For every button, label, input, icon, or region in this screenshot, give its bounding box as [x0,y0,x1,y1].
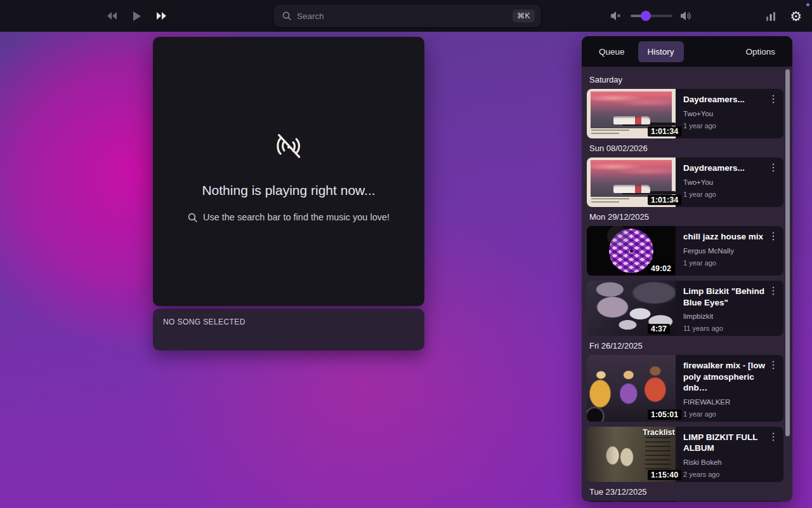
tab-queue[interactable]: Queue [589,41,634,62]
history-section-items: chill jazz house mix Fergus McNally ⋮ [587,501,783,502]
song-artist: Fergus McNally [683,247,777,255]
history-section: Tue 23/12/2025 chill jazz house mix Ferg… [587,487,783,502]
item-menu-button[interactable]: ⋮ [768,360,778,370]
history-item[interactable]: 1:05:01 firewalker mix - [low poly atmos… [587,355,783,422]
history-list[interactable]: Saturday 1:01:34 Daydreamers... Two+You … [582,67,792,502]
volume-high-icon [680,11,693,21]
no-song-selected-label: NO SONG SELECTED [163,318,246,326]
volume-controls [610,0,693,32]
history-section-items: 1:01:34 Daydreamers... Two+You 1 year ag… [587,89,783,138]
history-item-meta: LIMP BIZKIT FULL ALBUM Riski Bokeh 2 yea… [676,427,783,482]
next-track-button[interactable] [156,11,167,20]
song-artist: limpbizkit [683,312,777,320]
volume-mute-icon [610,11,623,21]
song-artist: Two+You [683,178,777,186]
bar-chart-icon [766,11,776,21]
video-thumbnail[interactable]: Tracklist 1:15:40 [587,427,676,482]
search-shortcut-badge: ⌘K [513,10,535,22]
song-age: 1 year ago [683,259,777,267]
video-thumbnail[interactable]: 1:01:34 [587,89,676,138]
duration-badge: 1:05:01 [648,410,681,420]
song-artist: FIREWALKER [683,398,777,406]
history-section-items: 1:01:34 Daydreamers... Two+You 1 year ag… [587,157,783,207]
item-menu-button[interactable]: ⋮ [768,286,778,296]
tab-history[interactable]: History [638,41,684,62]
history-item-meta: Daydreamers... Two+You 1 year ago [676,89,783,138]
history-item[interactable]: Tracklist 1:15:40 LIMP BIZKIT FULL ALBUM… [587,427,783,482]
audio-off-icon [268,124,310,165]
fast-forward-icon [156,11,167,20]
song-title: Daydreamers... [683,163,777,174]
video-thumbnail[interactable] [587,501,676,502]
song-age: 1 year ago [683,122,777,130]
empty-state-subtitle-text: Use the search bar to find the music you… [203,212,390,222]
search-bar[interactable]: ⌘K [274,5,540,27]
history-section-items: 49:02 chill jazz house mix Fergus McNall… [587,226,783,336]
search-input[interactable] [297,11,513,21]
duration-badge: 4:37 [648,324,670,334]
song-age: 1 year ago [683,410,777,418]
history-section: Saturday 1:01:34 Daydreamers... Two+You … [587,75,783,138]
song-title: chill jazz house mix [683,231,777,243]
history-section-items: 1:05:01 firewalker mix - [low poly atmos… [587,355,783,482]
video-thumbnail[interactable]: 1:05:01 [587,355,676,422]
no-song-selected-bar: NO SONG SELECTED [153,309,424,351]
topbar-right-icons: ⚙ [766,0,802,32]
item-menu-button[interactable]: ⋮ [768,432,778,442]
history-item-meta: chill jazz house mix Fergus McNally [676,501,783,502]
history-item[interactable]: 49:02 chill jazz house mix Fergus McNall… [587,226,783,276]
item-menu-button[interactable]: ⋮ [768,94,778,104]
song-artist: Two+You [683,110,777,117]
item-menu-button[interactable]: ⋮ [768,231,778,241]
history-item-meta: chill jazz house mix Fergus McNally 1 ye… [676,226,783,276]
history-date-header: Fri 26/12/2025 [589,341,782,351]
item-menu-button[interactable]: ⋮ [768,163,778,173]
volume-max-button[interactable] [680,11,693,21]
mute-button[interactable] [610,11,623,21]
song-age: 1 year ago [683,190,777,198]
history-item[interactable]: chill jazz house mix Fergus McNally ⋮ [587,501,783,502]
panel-tabs: Queue History Options [582,36,792,67]
duration-badge: 1:01:34 [648,126,681,137]
gear-icon: ⚙ [790,10,802,23]
song-title: LIMP BIZKIT FULL ALBUM [683,432,777,454]
history-item[interactable]: 4:37 Limp Bizkit "Behind Blue Eyes" limp… [587,281,783,336]
history-item-meta: Limp Bizkit "Behind Blue Eyes" limpbizki… [676,281,783,336]
song-artist: Riski Bokeh [683,458,777,466]
volume-slider-thumb[interactable] [641,11,651,21]
side-panel: Queue History Options Saturday 1:01:34 D… [582,36,792,502]
empty-state-subtitle: Use the search bar to find the music you… [188,212,390,222]
history-section: Mon 29/12/2025 49:02 chill jazz house mi… [587,212,783,336]
duration-badge: 1:01:34 [648,195,681,205]
history-item[interactable]: 1:01:34 Daydreamers... Two+You 1 year ag… [587,157,783,207]
search-hint-icon [188,213,197,222]
history-item-meta: firewalker mix - [low poly atmospheric d… [676,355,783,422]
history-section: Sun 08/02/2026 1:01:34 Daydreamers... Tw… [587,144,783,207]
play-icon [133,11,141,21]
empty-state-title: Nothing is playing right now... [202,183,375,198]
previous-track-button[interactable] [107,11,117,20]
video-thumbnail[interactable]: 1:01:34 [587,157,676,207]
video-thumbnail[interactable]: 49:02 [587,226,676,276]
song-age: 11 years ago [683,324,777,332]
history-section: Fri 26/12/2025 1:05:01 firewalker mix - … [587,341,783,482]
video-thumbnail[interactable]: 4:37 [587,281,676,336]
song-title: Daydreamers... [683,94,777,105]
notification-dot [806,3,809,6]
history-item-meta: Daydreamers... Two+You 1 year ago [676,157,783,207]
search-icon [282,11,291,20]
scrollbar-thumb[interactable] [785,69,790,436]
now-playing-card: Nothing is playing right now... Use the … [153,37,424,306]
history-date-header: Sun 08/02/2026 [589,144,782,153]
song-title: firewalker mix - [low poly atmospheric d… [683,360,777,394]
duration-badge: 49:02 [648,264,674,274]
history-item[interactable]: 1:01:34 Daydreamers... Two+You 1 year ag… [587,89,783,138]
play-button[interactable] [133,11,141,21]
settings-button[interactable]: ⚙ [790,10,802,23]
thumbnail-overlay-text: Tracklist [643,428,675,437]
stats-button[interactable] [766,11,776,21]
tab-options[interactable]: Options [736,41,785,62]
volume-slider[interactable] [631,15,672,17]
history-date-header: Mon 29/12/2025 [589,212,782,222]
song-age: 2 years ago [683,471,777,478]
